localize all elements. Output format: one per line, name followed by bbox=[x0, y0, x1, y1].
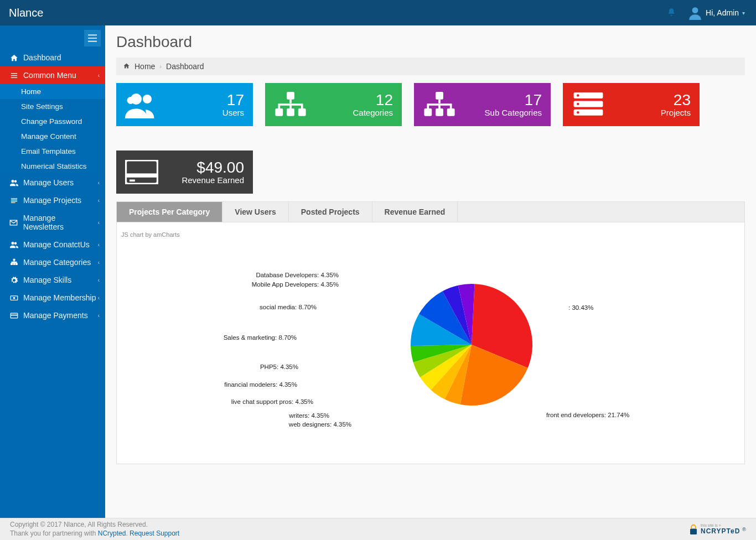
chevron-left-icon: ‹ bbox=[98, 313, 100, 319]
svg-rect-9 bbox=[275, 108, 283, 116]
svg-point-20 bbox=[577, 103, 579, 105]
sidebar-item-manage-membership[interactable]: Manage Membership‹ bbox=[0, 289, 105, 307]
server-icon bbox=[572, 92, 605, 117]
footer-partner-text: Thank you for partnering with bbox=[10, 529, 98, 537]
sitemap-icon bbox=[8, 258, 20, 267]
pie-label: writers: 4.35% bbox=[120, 412, 329, 419]
tab-revenue-earned[interactable]: Revenue Earned bbox=[372, 202, 458, 222]
ncrypted-badge[interactable]: this site is » NCRYPTeD ® bbox=[688, 523, 746, 536]
home-icon bbox=[8, 54, 20, 62]
pie-label: PHP5: 4.35% bbox=[120, 364, 298, 370]
tab-posted-projects[interactable]: Posted Projects bbox=[289, 202, 372, 222]
list-icon bbox=[8, 71, 20, 80]
pie-label: front end developers: 21.74% bbox=[546, 412, 629, 418]
sidebar-subitem-manage-content[interactable]: Manage Content bbox=[0, 129, 105, 144]
chevron-left-icon: ‹ bbox=[98, 277, 100, 283]
stat-cards: 17Users12Categories17Sub Categories23Pro… bbox=[116, 83, 745, 194]
sidebar-item-manange-newsletters[interactable]: Manange Newsletters‹ bbox=[0, 209, 105, 236]
brand-logo[interactable]: Nlance bbox=[9, 7, 43, 19]
pie-label: Mobile App Developers: 4.35% bbox=[120, 281, 339, 288]
footer: Copyright © 2017 Nlance, All Rights Rese… bbox=[0, 518, 756, 540]
svg-point-2 bbox=[13, 297, 15, 299]
sidebar-toggle[interactable] bbox=[84, 30, 101, 46]
card-icon bbox=[8, 311, 20, 320]
chevron-left-icon: ‹ bbox=[98, 259, 100, 266]
chevron-left-icon: ‹ bbox=[98, 72, 100, 79]
pie-label: live chat support pros: 4.35% bbox=[120, 398, 313, 405]
svg-point-0 bbox=[692, 7, 698, 13]
pie-label: : 30.43% bbox=[568, 304, 593, 311]
pie-label: Database Developers: 4.35% bbox=[120, 272, 339, 278]
pie-chart: Database Developers: 4.35%Mobile App Dev… bbox=[120, 242, 741, 453]
sidebar-item-manage-payments[interactable]: Manage Payments‹ bbox=[0, 307, 105, 324]
page-title: Dashboard bbox=[116, 33, 745, 51]
cash-icon bbox=[8, 294, 20, 302]
pie-label: financial modelers: 4.35% bbox=[120, 381, 297, 388]
avatar-icon bbox=[688, 6, 702, 20]
svg-rect-10 bbox=[287, 108, 294, 116]
svg-rect-24 bbox=[130, 179, 135, 181]
breadcrumb-home[interactable]: Home bbox=[134, 62, 155, 71]
sidebar-subitem-numerical-statistics[interactable]: Numerical Statistics bbox=[0, 159, 105, 174]
header: Nlance Hi, Admin ▾ bbox=[0, 0, 756, 25]
chevron-left-icon: ‹ bbox=[98, 220, 100, 226]
footer-copyright: Copyright © 2017 Nlance, All Rights Rese… bbox=[10, 521, 179, 529]
tab-projects-per-category[interactable]: Projects Per Category bbox=[117, 202, 222, 222]
user-menu[interactable]: Hi, Admin ▾ bbox=[688, 6, 745, 20]
sidebar-item-dashboard[interactable]: Dashboard bbox=[0, 49, 105, 66]
svg-point-7 bbox=[127, 97, 134, 104]
footer-support-link[interactable]: Request Support bbox=[130, 529, 179, 537]
sidebar-item-manage-conatctus[interactable]: Manage ConatctUs‹ bbox=[0, 236, 105, 253]
tab-view-users[interactable]: View Users bbox=[222, 202, 288, 222]
chart-credit[interactable]: JS chart by amCharts bbox=[121, 231, 741, 238]
users-icon bbox=[8, 241, 20, 249]
sidebar-subitem-site-settings[interactable]: Site Settings bbox=[0, 99, 105, 114]
chevron-down-icon: ▾ bbox=[742, 10, 745, 16]
svg-point-19 bbox=[577, 94, 579, 96]
envelope-icon bbox=[8, 219, 20, 227]
users-icon bbox=[125, 91, 158, 118]
breadcrumb-current: Dashboard bbox=[166, 62, 204, 71]
user-greeting: Hi, Admin bbox=[706, 8, 739, 17]
stat-card-users[interactable]: 17Users bbox=[116, 83, 253, 126]
sidebar-item-common-menu[interactable]: Common Menu‹ bbox=[0, 66, 105, 84]
breadcrumb-separator: › bbox=[159, 63, 162, 70]
svg-rect-23 bbox=[126, 173, 158, 177]
gear-icon bbox=[8, 276, 20, 284]
sidebar-subitem-home[interactable]: Home bbox=[0, 84, 105, 99]
chevron-left-icon: ‹ bbox=[98, 295, 100, 301]
sidebar-subitem-email-templates[interactable]: Email Templates bbox=[0, 144, 105, 159]
svg-rect-11 bbox=[298, 108, 306, 116]
breadcrumb: Home › Dashboard bbox=[116, 58, 745, 75]
chevron-left-icon: ‹ bbox=[98, 180, 100, 186]
stat-card-categories[interactable]: 12Categories bbox=[265, 83, 402, 126]
svg-rect-15 bbox=[447, 108, 455, 116]
sidebar-item-manage-categories[interactable]: Manage Categories‹ bbox=[0, 253, 105, 271]
sidebar-item-manage-users[interactable]: Manage Users‹ bbox=[0, 174, 105, 191]
users-icon bbox=[8, 179, 20, 187]
pie-label: web designers: 4.35% bbox=[120, 421, 351, 428]
pie-svg bbox=[408, 281, 535, 408]
footer-ncrypted-link[interactable]: NCrypted bbox=[98, 529, 126, 537]
svg-rect-25 bbox=[690, 528, 697, 534]
stat-card-sub-categories[interactable]: 17Sub Categories bbox=[414, 83, 551, 126]
svg-rect-13 bbox=[424, 108, 432, 116]
sidebar-subitem-change-password[interactable]: Change Password bbox=[0, 114, 105, 129]
sitemap-icon bbox=[423, 92, 456, 117]
svg-rect-12 bbox=[436, 92, 443, 100]
sidebar: DashboardCommon Menu‹HomeSite SettingsCh… bbox=[0, 25, 105, 518]
lock-icon bbox=[688, 523, 698, 536]
sitemap-icon bbox=[274, 92, 307, 117]
stat-card-revenue-earned[interactable]: $49.00Revenue Earned bbox=[116, 150, 253, 194]
pie-label: social media: 8.70% bbox=[120, 304, 317, 310]
chevron-left-icon: ‹ bbox=[98, 198, 100, 204]
svg-rect-8 bbox=[287, 92, 294, 100]
sidebar-item-manage-projects[interactable]: Manage Projects‹ bbox=[0, 191, 105, 209]
notifications-bell-icon[interactable] bbox=[667, 7, 676, 19]
chart-tabs: Projects Per CategoryView UsersPosted Pr… bbox=[116, 201, 745, 222]
stat-card-projects[interactable]: 23Projects bbox=[563, 83, 700, 126]
svg-rect-14 bbox=[436, 108, 443, 116]
sidebar-item-manage-skills[interactable]: Manage Skills‹ bbox=[0, 271, 105, 289]
chevron-left-icon: ‹ bbox=[98, 242, 100, 248]
svg-rect-4 bbox=[11, 314, 18, 315]
